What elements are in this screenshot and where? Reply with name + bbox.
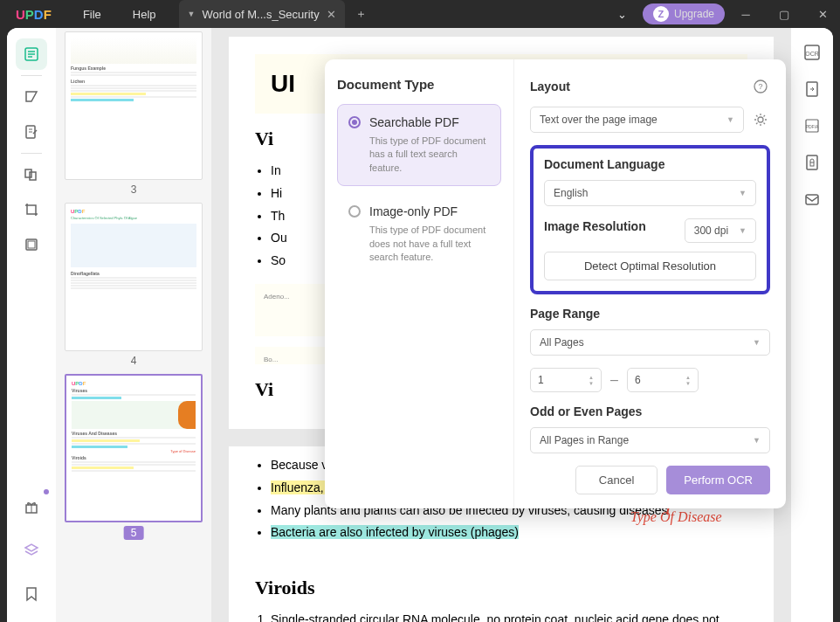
image-only-pdf-option[interactable]: Image-only PDF This type of PDF document… bbox=[337, 193, 501, 275]
ocr-panel: Document Type Searchable PDF This type o… bbox=[325, 59, 786, 508]
minimize-button[interactable]: ─ bbox=[728, 0, 763, 28]
thumbnails-panel: Fungus Example Lichen 3 UPDF Characteris… bbox=[56, 28, 211, 622]
svg-text:OCR: OCR bbox=[805, 51, 819, 57]
bookmark-button[interactable] bbox=[16, 578, 47, 610]
right-sidebar: OCR PDF/A bbox=[791, 28, 833, 622]
doc-ordered-list: Single-stranded circular RNA molecule, n… bbox=[255, 610, 747, 622]
highlighted-settings-box: Document Language English ▼ Image Resolu… bbox=[530, 145, 770, 294]
svg-rect-10 bbox=[28, 241, 35, 248]
reader-mode-button[interactable] bbox=[16, 38, 47, 70]
edit-pdf-button[interactable] bbox=[16, 116, 47, 148]
close-tab-icon[interactable]: ✕ bbox=[327, 8, 336, 21]
svg-rect-8 bbox=[30, 172, 36, 180]
thumbnail-page-4[interactable]: UPDF Characteristics Of Selected Phyla O… bbox=[65, 203, 203, 367]
chevron-down-icon: ▼ bbox=[726, 115, 734, 124]
app-logo: UPDF bbox=[0, 7, 67, 22]
svg-rect-19 bbox=[810, 162, 814, 166]
layout-select[interactable]: Text over the page image ▼ bbox=[530, 107, 744, 133]
chevron-down-icon: ▼ bbox=[739, 226, 747, 235]
page-to-input[interactable]: 6 ▲▼ bbox=[627, 368, 699, 392]
crop-tool-button[interactable] bbox=[16, 194, 47, 225]
ocr-tool-button[interactable]: OCR bbox=[803, 44, 821, 61]
svg-point-23 bbox=[758, 117, 763, 122]
gift-button[interactable] bbox=[16, 491, 47, 522]
spinner-arrows-icon[interactable]: ▲▼ bbox=[685, 375, 691, 386]
upgrade-button[interactable]: Z Upgrade bbox=[643, 3, 725, 24]
searchable-pdf-label: Searchable PDF bbox=[369, 115, 459, 129]
language-select[interactable]: English ▼ bbox=[544, 180, 756, 206]
comment-tool-button[interactable] bbox=[16, 81, 47, 113]
range-separator: – bbox=[610, 372, 618, 388]
help-icon[interactable]: ? bbox=[751, 77, 770, 96]
form-tool-button[interactable] bbox=[16, 229, 47, 260]
tab-title: World of M...s_Security bbox=[203, 8, 320, 21]
document-tab[interactable]: ▼ World of M...s_Security ✕ bbox=[179, 0, 345, 28]
menu-file[interactable]: File bbox=[67, 8, 117, 21]
titlebar: UPDF File Help ▼ World of M...s_Security… bbox=[0, 0, 840, 28]
chevron-down-icon: ▼ bbox=[753, 436, 761, 445]
image-resolution-label: Image Resolution bbox=[544, 219, 646, 233]
share-tool-button[interactable] bbox=[803, 190, 821, 208]
upgrade-badge-icon: Z bbox=[653, 6, 669, 22]
thumbnail-label: 3 bbox=[65, 183, 203, 196]
image-only-pdf-desc: This type of PDF document does not have … bbox=[369, 224, 490, 264]
thumbnail-page-3[interactable]: Fungus Example Lichen 3 bbox=[65, 31, 203, 196]
odd-even-label: Odd or Even Pages bbox=[530, 404, 770, 418]
layers-button[interactable] bbox=[16, 535, 47, 566]
radio-unchecked-icon bbox=[348, 205, 361, 218]
page-from-input[interactable]: 1 ▲▼ bbox=[530, 368, 602, 392]
chevron-down-icon: ▼ bbox=[739, 189, 747, 197]
close-window-button[interactable]: ✕ bbox=[805, 0, 840, 28]
searchable-pdf-desc: This type of PDF document has a full tex… bbox=[369, 135, 490, 175]
layout-label: Layout bbox=[530, 79, 570, 93]
document-type-heading: Document Type bbox=[337, 77, 501, 92]
titlebar-dropdown-icon[interactable]: ⌄ bbox=[605, 8, 639, 21]
tab-dropdown-icon[interactable]: ▼ bbox=[188, 10, 196, 18]
cancel-button[interactable]: Cancel bbox=[575, 466, 658, 494]
pdfa-tool-button[interactable]: PDF/A bbox=[803, 117, 821, 135]
radio-checked-icon bbox=[348, 116, 361, 128]
annotation-text: Type Of Disease bbox=[630, 509, 722, 525]
convert-tool-button[interactable] bbox=[803, 80, 821, 98]
chevron-down-icon: ▼ bbox=[753, 338, 761, 347]
new-tab-button[interactable]: ＋ bbox=[355, 6, 367, 22]
protect-tool-button[interactable] bbox=[803, 154, 821, 171]
document-language-label: Document Language bbox=[544, 157, 756, 171]
thumbnail-label: 4 bbox=[65, 355, 203, 367]
maximize-button[interactable]: ▢ bbox=[767, 0, 802, 28]
image-only-pdf-label: Image-only PDF bbox=[369, 204, 458, 218]
odd-even-select[interactable]: All Pages in Range ▼ bbox=[530, 427, 770, 453]
svg-text:PDF/A: PDF/A bbox=[806, 124, 819, 129]
resolution-select[interactable]: 300 dpi ▼ bbox=[685, 218, 756, 243]
spinner-arrows-icon[interactable]: ▲▼ bbox=[589, 375, 594, 386]
settings-icon[interactable] bbox=[751, 110, 770, 129]
thumbnail-label: 5 bbox=[124, 526, 144, 540]
searchable-pdf-option[interactable]: Searchable PDF This type of PDF document… bbox=[337, 104, 501, 186]
svg-rect-20 bbox=[806, 195, 818, 204]
upgrade-label: Upgrade bbox=[674, 8, 714, 20]
svg-text:?: ? bbox=[758, 82, 762, 91]
menu-help[interactable]: Help bbox=[117, 8, 172, 21]
page-range-select[interactable]: All Pages ▼ bbox=[530, 329, 770, 356]
page-range-label: Page Range bbox=[530, 307, 770, 321]
doc-heading-viroids: Viroids bbox=[255, 577, 747, 599]
left-sidebar bbox=[7, 28, 56, 622]
detect-resolution-button[interactable]: Detect Optimal Resolution bbox=[544, 252, 756, 280]
perform-ocr-button[interactable]: Perform OCR bbox=[666, 466, 770, 494]
svg-rect-7 bbox=[25, 169, 31, 177]
page-tools-button[interactable] bbox=[16, 159, 47, 190]
thumbnail-page-5[interactable]: UPDF Viruses Viruses And Diseases Type o… bbox=[65, 374, 203, 540]
